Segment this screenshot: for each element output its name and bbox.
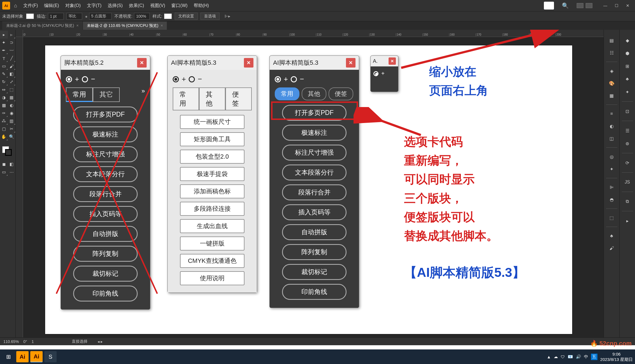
extension-icon[interactable]: ⬢ bbox=[622, 48, 632, 58]
search-icon[interactable]: 🔍 bbox=[557, 2, 573, 9]
rotate-angle[interactable]: 0° bbox=[23, 339, 27, 344]
canvas[interactable]: 0102030405060708090100110120130140150160… bbox=[16, 30, 604, 337]
lasso-tool[interactable]: ⊃ bbox=[8, 39, 16, 47]
align-icon[interactable]: ⊩▸ bbox=[225, 14, 230, 19]
tab-other[interactable]: 其它 bbox=[93, 87, 120, 102]
tray-ime[interactable]: 中 bbox=[584, 354, 588, 360]
brushes-icon[interactable]: 🖌 bbox=[607, 243, 617, 253]
tray-icon[interactable]: 🛡 bbox=[561, 354, 565, 359]
script-button[interactable]: 添加画稿色标 bbox=[180, 184, 244, 198]
tray-icon[interactable]: ☁ bbox=[554, 354, 558, 359]
gradient-mode[interactable]: ◧ bbox=[8, 160, 16, 168]
script-button[interactable]: 极速手提袋 bbox=[180, 167, 244, 181]
menu-object[interactable]: 对象(O) bbox=[63, 2, 83, 10]
layers-icon[interactable]: ☷ bbox=[607, 48, 617, 58]
panel-close-button[interactable]: × bbox=[346, 58, 355, 68]
gradient-tool[interactable]: ◐ bbox=[8, 101, 16, 109]
brush-input[interactable] bbox=[89, 13, 112, 20]
panel-close-button[interactable]: × bbox=[389, 57, 396, 65]
script-button[interactable]: 段落行合并 bbox=[73, 186, 138, 202]
script-button[interactable]: 自动拼版 bbox=[282, 224, 347, 240]
extension-icon[interactable]: ⊞ bbox=[622, 61, 632, 71]
style-swatch[interactable] bbox=[164, 13, 172, 19]
script-button[interactable]: 文本段落分行 bbox=[282, 164, 347, 180]
radio-option[interactable] bbox=[291, 76, 297, 82]
appearance-icon[interactable]: ◎ bbox=[607, 152, 617, 162]
eraser-tool[interactable]: ◧ bbox=[8, 70, 16, 78]
tab-notes[interactable]: 便签 bbox=[329, 87, 353, 100]
direct-selection-tool[interactable]: ▹ bbox=[8, 31, 16, 39]
menu-view[interactable]: 视图(V) bbox=[148, 2, 167, 10]
menu-file[interactable]: 文件(F) bbox=[21, 2, 40, 10]
tab-common[interactable]: 常用 bbox=[275, 87, 299, 100]
script-button[interactable]: 生成出血线 bbox=[180, 219, 244, 233]
curvature-tool[interactable]: 〰 bbox=[8, 47, 16, 54]
radio-option[interactable] bbox=[189, 76, 195, 82]
paintbrush-tool[interactable]: 🖌 bbox=[8, 62, 16, 70]
menu-edit[interactable]: 编辑(E) bbox=[42, 2, 61, 10]
menu-type[interactable]: 文字(T) bbox=[85, 2, 104, 10]
script-button[interactable]: 使用说明 bbox=[180, 271, 244, 285]
doc-tab-2[interactable]: 未标题-2 @ 110.65 % (CMYK/CPU 预览)× bbox=[83, 22, 167, 30]
radio-option[interactable] bbox=[373, 71, 378, 76]
script-button[interactable]: 阵列复制 bbox=[282, 244, 347, 260]
stroke-icon[interactable]: ≡ bbox=[607, 109, 617, 119]
script-button[interactable]: CMYK查找潘通色 bbox=[180, 254, 244, 268]
doc-tab-1[interactable]: 未标题-2.ai @ 50 % (CMYK/CPU 预览)× bbox=[2, 22, 82, 30]
uniform-input[interactable] bbox=[66, 13, 82, 20]
extension-icon[interactable]: ◆ bbox=[622, 35, 632, 45]
tab-common[interactable]: 常用 bbox=[173, 87, 199, 110]
menu-select[interactable]: 选择(S) bbox=[105, 2, 125, 10]
close-button[interactable]: ✕ bbox=[623, 2, 633, 10]
tab-notes[interactable]: 便签 bbox=[225, 87, 252, 110]
shape-builder-tool[interactable]: ◑ bbox=[0, 94, 8, 101]
workspace-icon[interactable] bbox=[586, 3, 592, 8]
selection-tool[interactable]: ▸ bbox=[0, 31, 8, 39]
script-button[interactable]: 印前角线 bbox=[282, 284, 347, 300]
ruler-origin[interactable] bbox=[16, 30, 23, 37]
close-icon[interactable]: × bbox=[76, 23, 78, 28]
tray-icon[interactable]: ▲ bbox=[547, 354, 551, 359]
script-button[interactable]: 标注尺寸增强 bbox=[73, 146, 138, 162]
taskbar-app[interactable]: S bbox=[44, 351, 57, 362]
ruler-vertical[interactable] bbox=[16, 37, 23, 337]
script-button[interactable]: 阵列复制 bbox=[73, 246, 138, 262]
extension-icon[interactable]: ⊡ bbox=[622, 106, 632, 116]
extension-icon[interactable]: ⟳ bbox=[622, 158, 632, 168]
script-button[interactable]: 多段路径连接 bbox=[180, 202, 244, 216]
script-button[interactable]: 裁切标记 bbox=[282, 264, 347, 280]
eyedropper-tool[interactable]: ✑ bbox=[0, 109, 8, 117]
extension-icon[interactable]: ⧉ bbox=[622, 196, 632, 207]
taskbar-clock[interactable]: 9:06 2023/8/13 星期日 bbox=[600, 351, 633, 362]
arrange-icon[interactable] bbox=[577, 3, 583, 8]
script-button[interactable]: 裁切标记 bbox=[73, 266, 138, 282]
transparency-icon[interactable]: ◫ bbox=[607, 133, 617, 143]
expand-icon[interactable]: » bbox=[142, 87, 145, 102]
script-button[interactable]: 包装盒型2.0 bbox=[180, 150, 244, 164]
screen-mode[interactable]: ▭ bbox=[0, 168, 8, 176]
tray-icon[interactable]: 📧 bbox=[568, 354, 573, 359]
extension-icon[interactable]: ☰ bbox=[622, 126, 632, 136]
zoom-level[interactable]: 110.65% bbox=[3, 339, 19, 344]
scale-tool[interactable]: ⤢ bbox=[8, 78, 16, 86]
pathfinder-icon[interactable]: ◓ bbox=[607, 194, 617, 205]
extension-icon[interactable]: ✦ bbox=[622, 87, 632, 97]
script-button[interactable]: 统一画板尺寸 bbox=[180, 115, 244, 129]
type-tool[interactable]: T bbox=[0, 54, 8, 62]
zoom-tool[interactable]: 🔍 bbox=[8, 133, 16, 141]
properties-icon[interactable]: ▤ bbox=[607, 35, 617, 45]
doc-setup-button[interactable]: 文档设置 bbox=[175, 13, 198, 20]
ruler-horizontal[interactable]: 0102030405060708090100110120130140150160… bbox=[23, 30, 604, 37]
radio-option[interactable] bbox=[275, 76, 281, 82]
maximize-button[interactable]: ☐ bbox=[611, 2, 622, 10]
script-button[interactable]: 标注尺寸增强 bbox=[282, 145, 347, 161]
taskbar-illustrator[interactable]: Ai bbox=[16, 351, 29, 362]
script-button[interactable]: 矩形圆角工具 bbox=[180, 132, 244, 146]
home-icon[interactable]: ⌂ bbox=[12, 3, 19, 9]
fill-swatch[interactable] bbox=[26, 13, 34, 19]
blend-tool[interactable]: ◉ bbox=[8, 109, 16, 117]
swatches-icon[interactable]: ▦ bbox=[607, 91, 617, 101]
shaper-tool[interactable]: ✎ bbox=[0, 70, 8, 78]
graphic-styles-icon[interactable]: ✦ bbox=[607, 164, 617, 174]
mesh-tool[interactable]: ▩ bbox=[0, 101, 8, 109]
